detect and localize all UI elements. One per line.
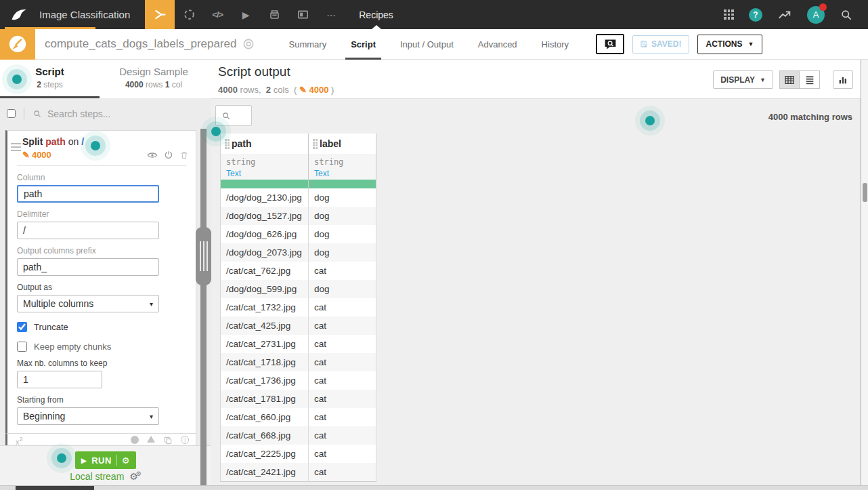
table-view-button[interactable] bbox=[779, 70, 800, 89]
delimiter-input[interactable] bbox=[17, 222, 159, 239]
table-cell[interactable]: /dog/dog_2073.jpg bbox=[221, 243, 309, 262]
tab-history[interactable]: History bbox=[529, 29, 581, 60]
table-cell[interactable]: /dog/dog_626.jpg bbox=[221, 225, 309, 243]
table-row[interactable]: /cat/cat_1732.jpgcat bbox=[220, 298, 376, 317]
tab-summary[interactable]: Summary bbox=[277, 29, 339, 60]
table-cell[interactable]: /dog/dog_599.jpg bbox=[221, 280, 309, 298]
run-button[interactable]: ▶ RUN ⚙ bbox=[75, 451, 136, 469]
table-cell[interactable]: cat bbox=[309, 390, 376, 408]
column-input[interactable] bbox=[17, 185, 159, 203]
column-drag-icon[interactable] bbox=[313, 139, 315, 141]
step-drag-handle-icon[interactable] bbox=[11, 143, 21, 151]
table-cell[interactable]: /dog/dog_1527.jpg bbox=[221, 207, 309, 225]
keep-empty-checkbox[interactable] bbox=[17, 342, 27, 352]
warning-icon[interactable] bbox=[147, 436, 155, 443]
page-label[interactable]: Recipes bbox=[356, 0, 396, 29]
lab-icon[interactable] bbox=[175, 0, 203, 29]
table-cell[interactable]: /cat/cat_660.jpg bbox=[221, 408, 309, 426]
engine-settings-gears-icon[interactable]: ⚙⚙ bbox=[129, 471, 142, 482]
scrollbar-handle[interactable] bbox=[16, 486, 94, 490]
actions-button[interactable]: ACTIONS ▼ bbox=[697, 35, 763, 54]
jobs-icon[interactable] bbox=[260, 0, 288, 29]
tab-advanced[interactable]: Advanced bbox=[466, 29, 529, 60]
preview-eye-icon[interactable] bbox=[147, 150, 158, 161]
step-card-split[interactable]: Split path on / ✎4000 Column Delimiter bbox=[5, 130, 196, 434]
help-icon[interactable]: ? bbox=[749, 8, 762, 22]
table-row[interactable]: /cat/cat_425.jpgcat bbox=[220, 317, 376, 335]
steps-search-input[interactable] bbox=[47, 108, 169, 119]
tab-input-output[interactable]: Input / Output bbox=[388, 29, 466, 60]
scrollbar-handle[interactable] bbox=[863, 183, 867, 202]
table-row[interactable]: /cat/cat_1736.jpgcat bbox=[220, 371, 376, 390]
table-cell[interactable]: /cat/cat_1718.jpg bbox=[221, 353, 309, 371]
table-cell[interactable]: cat bbox=[309, 353, 376, 371]
table-row[interactable]: /cat/cat_762.jpgcat bbox=[220, 262, 376, 280]
table-cell[interactable]: cat bbox=[309, 408, 376, 426]
table-cell[interactable]: dog bbox=[309, 243, 376, 262]
table-cell[interactable]: /cat/cat_1732.jpg bbox=[221, 298, 309, 317]
comment-icon[interactable] bbox=[131, 436, 139, 444]
table-cell[interactable]: /dog/dog_2130.jpg bbox=[221, 188, 309, 207]
table-cell[interactable]: /cat/cat_2225.jpg bbox=[221, 445, 309, 463]
disable-step-power-icon[interactable] bbox=[164, 150, 173, 160]
meaning-link[interactable]: Text bbox=[226, 169, 308, 178]
table-cell[interactable]: cat bbox=[309, 335, 376, 353]
table-cell[interactable]: /cat/cat_2421.jpg bbox=[221, 463, 309, 481]
more-icon[interactable]: ⋯ bbox=[317, 0, 345, 29]
column-drag-icon[interactable] bbox=[225, 139, 227, 141]
help-circle-icon[interactable]: ? bbox=[181, 436, 189, 444]
project-title[interactable]: Image Classification bbox=[39, 9, 130, 20]
table-cell[interactable]: dog bbox=[309, 188, 376, 207]
prefix-input[interactable] bbox=[17, 258, 159, 276]
dataiku-logo-icon[interactable] bbox=[9, 5, 30, 24]
apps-grid-icon[interactable] bbox=[724, 9, 734, 20]
max-cols-input[interactable] bbox=[17, 371, 102, 388]
truncate-checkbox[interactable] bbox=[17, 322, 27, 332]
table-row[interactable]: /cat/cat_660.jpgcat bbox=[220, 408, 376, 426]
select-all-steps-checkbox[interactable] bbox=[7, 109, 16, 118]
table-search-box[interactable] bbox=[215, 105, 252, 126]
table-cell[interactable]: dog bbox=[309, 280, 376, 298]
display-button[interactable]: DISPLAY ▼ bbox=[713, 70, 773, 89]
table-cell[interactable]: /cat/cat_2731.jpg bbox=[221, 335, 309, 353]
column-header-path[interactable]: path bbox=[221, 134, 309, 154]
trend-icon[interactable] bbox=[777, 7, 792, 22]
meaning-link[interactable]: Text bbox=[314, 169, 376, 178]
table-cell[interactable]: cat bbox=[309, 317, 376, 335]
delete-step-trash-icon[interactable] bbox=[179, 150, 189, 160]
table-row[interactable]: /cat/cat_2225.jpgcat bbox=[220, 445, 376, 463]
table-row[interactable]: /cat/cat_2731.jpgcat bbox=[220, 335, 376, 353]
code-icon[interactable]: </> bbox=[203, 0, 232, 29]
table-row[interactable]: /dog/dog_599.jpgdog bbox=[220, 280, 376, 298]
table-row[interactable]: /dog/dog_1527.jpgdog bbox=[220, 207, 376, 225]
user-avatar[interactable]: A bbox=[807, 6, 825, 24]
flow-icon[interactable] bbox=[145, 0, 175, 29]
table-row[interactable]: /cat/cat_1718.jpgcat bbox=[220, 353, 376, 371]
table-cell[interactable]: cat bbox=[309, 426, 376, 445]
table-cell[interactable]: cat bbox=[309, 463, 376, 481]
starting-from-select[interactable]: Beginning ▾ bbox=[17, 407, 159, 425]
table-row[interactable]: /dog/dog_2073.jpgdog bbox=[220, 243, 376, 262]
table-cell[interactable]: /cat/cat_668.jpg bbox=[221, 426, 309, 445]
play-icon[interactable]: ▶ bbox=[232, 0, 260, 29]
vertical-scrollbar[interactable] bbox=[861, 60, 868, 485]
table-row[interactable]: /dog/dog_2130.jpgdog bbox=[220, 188, 376, 207]
table-cell[interactable]: cat bbox=[309, 371, 376, 390]
charts-view-button[interactable] bbox=[833, 70, 853, 89]
panel-resize-grip[interactable] bbox=[196, 227, 211, 285]
table-cell[interactable]: /cat/cat_1781.jpg bbox=[221, 390, 309, 408]
table-cell[interactable]: cat bbox=[309, 298, 376, 317]
prepare-recipe-icon[interactable] bbox=[0, 29, 35, 60]
formula-icon[interactable]: x2 bbox=[16, 436, 23, 445]
table-row[interactable]: /cat/cat_668.jpgcat bbox=[220, 426, 376, 445]
tab-script[interactable]: Script bbox=[339, 29, 388, 60]
output-as-select[interactable]: Multiple columns ▾ bbox=[17, 295, 159, 312]
recipe-name[interactable]: compute_cats_dogs_labels_prepared bbox=[45, 37, 237, 51]
horizontal-scrollbar[interactable] bbox=[0, 485, 868, 490]
copy-icon[interactable] bbox=[163, 436, 173, 445]
engine-label[interactable]: Local stream bbox=[70, 471, 124, 482]
table-row[interactable]: /cat/cat_1781.jpgcat bbox=[220, 390, 376, 408]
column-header-label[interactable]: label bbox=[309, 134, 376, 154]
saved-button[interactable]: SAVED! bbox=[632, 35, 689, 54]
tab-design-sample[interactable]: Design Sample 4000 rows 1 col bbox=[100, 60, 208, 98]
